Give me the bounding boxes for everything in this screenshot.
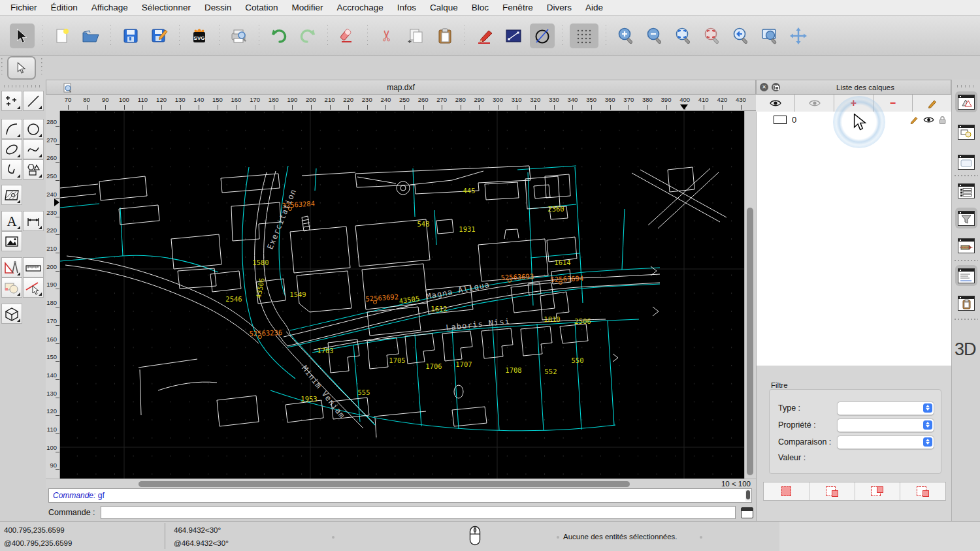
zoom-out-button[interactable] bbox=[642, 24, 667, 48]
menu-selectionner[interactable]: Sélectionner bbox=[142, 3, 191, 12]
circle-tool-palette-button[interactable] bbox=[23, 119, 44, 139]
filter-type-select[interactable] bbox=[837, 401, 934, 415]
zoom-selection-button[interactable] bbox=[700, 24, 725, 48]
select-tool-button[interactable] bbox=[10, 24, 35, 48]
save-button[interactable] bbox=[118, 24, 143, 48]
arc-tool-button[interactable] bbox=[1, 119, 22, 139]
remove-from-selection-button[interactable] bbox=[855, 482, 901, 500]
menu-cotation[interactable]: Cotation bbox=[245, 3, 278, 12]
menu-fichier[interactable]: Fichier bbox=[10, 3, 37, 12]
point-tool-button[interactable] bbox=[1, 91, 22, 111]
ellipse-tool-button[interactable] bbox=[1, 139, 22, 159]
menu-affichage[interactable]: Affichage bbox=[91, 3, 128, 12]
invert-selection-button[interactable] bbox=[900, 482, 945, 500]
layer-row[interactable]: 0 bbox=[757, 112, 951, 127]
open-folder-icon bbox=[82, 27, 100, 44]
layer-visible-eye-icon[interactable] bbox=[923, 116, 934, 123]
erase-button[interactable] bbox=[335, 24, 360, 48]
layer-color-swatch[interactable] bbox=[774, 116, 787, 124]
image-tool-button[interactable] bbox=[1, 231, 22, 251]
toolbar-handle[interactable] bbox=[0, 58, 3, 78]
new-file-button[interactable] bbox=[50, 24, 74, 48]
menu-infos[interactable]: Infos bbox=[397, 3, 416, 12]
paste-button[interactable] bbox=[433, 24, 457, 48]
command-options-panel-toggle[interactable] bbox=[955, 235, 977, 256]
menu-dessin[interactable]: Dessin bbox=[204, 3, 231, 12]
measure-tool-button[interactable] bbox=[23, 257, 44, 277]
polyline-tool-button[interactable] bbox=[1, 159, 22, 180]
spline-tool-button[interactable] bbox=[23, 139, 44, 159]
cut-button[interactable]: ✂ bbox=[375, 24, 400, 48]
layer-lock-icon[interactable] bbox=[939, 116, 946, 124]
close-icon[interactable]: ✕ bbox=[760, 83, 768, 91]
v-scrollbar-thumb[interactable] bbox=[747, 208, 753, 475]
selection-filter-panel-toggle[interactable] bbox=[955, 208, 977, 228]
palette-handle[interactable] bbox=[4, 85, 41, 87]
drawing-window-titlebar[interactable]: map.dxf bbox=[46, 80, 756, 95]
print-preview-button[interactable] bbox=[227, 24, 252, 48]
remove-layer-button[interactable]: − bbox=[874, 95, 913, 112]
line-tool-button[interactable] bbox=[501, 24, 526, 48]
modify-tool-button[interactable] bbox=[23, 277, 44, 298]
menu-fenetre[interactable]: Fenêtre bbox=[502, 3, 533, 12]
undo-button[interactable] bbox=[267, 24, 291, 48]
save-as-button[interactable] bbox=[147, 24, 172, 48]
filter-property-select[interactable] bbox=[837, 418, 934, 432]
menu-divers[interactable]: Divers bbox=[547, 3, 572, 12]
command-input[interactable] bbox=[101, 506, 736, 519]
library-panel-toggle[interactable] bbox=[955, 151, 977, 172]
hatch-icon bbox=[3, 188, 20, 202]
toolbar-handle[interactable] bbox=[957, 85, 975, 87]
copy-button[interactable] bbox=[404, 24, 429, 48]
add-to-selection-button[interactable] bbox=[809, 482, 855, 500]
menu-edition[interactable]: Édition bbox=[51, 3, 78, 12]
grid-toggle-button[interactable] bbox=[570, 24, 598, 48]
hide-all-layers-button[interactable] bbox=[795, 95, 834, 112]
svg-export-button[interactable]: SVG bbox=[187, 24, 212, 48]
circle-tool-button[interactable] bbox=[530, 24, 555, 48]
zoom-auto-button[interactable] bbox=[671, 24, 696, 48]
shapes-tool-button[interactable] bbox=[23, 159, 44, 180]
show-all-layers-button[interactable] bbox=[756, 95, 795, 112]
command-panel-toggle-icon[interactable] bbox=[741, 507, 753, 518]
menu-modifier[interactable]: Modifier bbox=[291, 3, 323, 12]
menu-calque[interactable]: Calque bbox=[430, 3, 458, 12]
select-all-button[interactable] bbox=[764, 482, 809, 500]
canvas-h-scrollbar[interactable]: 10 < 100 bbox=[46, 479, 756, 489]
add-layer-button[interactable]: + bbox=[834, 95, 874, 112]
edit-pencil-button[interactable] bbox=[472, 24, 497, 48]
selection-mode-button[interactable] bbox=[7, 56, 36, 80]
open-file-button[interactable] bbox=[78, 24, 103, 48]
redo-button[interactable] bbox=[295, 24, 320, 48]
layer-edit-pencil-icon[interactable] bbox=[909, 115, 919, 124]
h-scrollbar-thumb[interactable] bbox=[139, 481, 630, 487]
toolbar-handle[interactable] bbox=[40, 58, 43, 78]
dimension-tool-button[interactable] bbox=[23, 211, 44, 231]
menu-bloc[interactable]: Bloc bbox=[472, 3, 489, 12]
text-tool-button[interactable]: A bbox=[1, 211, 22, 231]
property-editor-panel-toggle[interactable] bbox=[955, 265, 977, 286]
zoom-window-button[interactable] bbox=[757, 24, 782, 48]
filter-comparison-select[interactable] bbox=[837, 435, 934, 449]
blocks-panel-toggle[interactable] bbox=[955, 121, 977, 142]
menu-aide[interactable]: Aide bbox=[585, 3, 603, 12]
drawing-canvas[interactable]: 4452360548193116141580254615491612181025… bbox=[60, 111, 744, 479]
history-scrollbar[interactable] bbox=[745, 490, 751, 501]
layers-panel-toggle[interactable] bbox=[955, 91, 977, 112]
menu-accrochage[interactable]: Accrochage bbox=[336, 3, 383, 12]
line-tool-palette-button[interactable] bbox=[23, 91, 44, 111]
views-panel-toggle[interactable] bbox=[955, 180, 977, 201]
3d-panel-toggle[interactable]: 3D bbox=[955, 339, 976, 360]
canvas-v-scrollbar[interactable] bbox=[744, 111, 756, 479]
pan-button[interactable] bbox=[786, 24, 811, 48]
edit-layer-button[interactable] bbox=[913, 95, 951, 112]
undock-icon[interactable] bbox=[772, 83, 780, 91]
solid-3d-button[interactable] bbox=[1, 304, 22, 324]
zoom-previous-button[interactable] bbox=[728, 24, 753, 48]
draw-order-button[interactable] bbox=[1, 277, 22, 298]
drafting-tools-button[interactable] bbox=[1, 257, 22, 277]
clipboard-panel-toggle[interactable] bbox=[955, 292, 977, 313]
zoom-in-button[interactable] bbox=[613, 24, 638, 48]
hatch-tool-button[interactable] bbox=[1, 185, 22, 205]
clipboard-window-icon bbox=[958, 296, 975, 311]
